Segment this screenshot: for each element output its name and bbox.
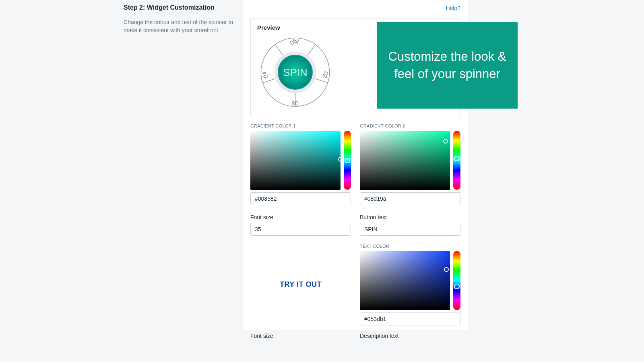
gradient2-hue-slider[interactable] (453, 131, 460, 190)
gradient2-input[interactable] (360, 192, 460, 205)
text-color-hue-slider[interactable] (453, 251, 460, 310)
svg-text:04: 04 (261, 70, 269, 79)
text-color-input[interactable] (360, 313, 460, 325)
step-description: Change the colour and text of the spinne… (124, 19, 236, 34)
gradient1-picker[interactable] (250, 131, 351, 190)
gradient1-hue-cursor[interactable] (345, 158, 350, 163)
svg-text:02: 02 (321, 70, 329, 79)
gradient1-hue-slider[interactable] (344, 131, 351, 190)
help-link[interactable]: Help? (446, 5, 460, 11)
try-it-out-button[interactable]: TRY IT OUT (280, 280, 322, 289)
spin-button-label: SPIN (283, 67, 307, 78)
text-color-group: TEXT COLOR (360, 244, 460, 325)
gradient1-sv-cursor[interactable] (338, 157, 343, 162)
gradient2-picker[interactable] (360, 131, 460, 190)
gradient2-sv-cursor[interactable] (443, 139, 448, 144)
gradient1-input[interactable] (250, 192, 351, 205)
text-color-sv-cursor[interactable] (444, 267, 449, 272)
spinner-widget[interactable]: SPIN 05 1 02 03 04 (258, 35, 332, 109)
text-color-hue-cursor[interactable] (454, 284, 460, 289)
promo-overlay: Customize the look & feel of your spinne… (377, 22, 518, 109)
button-text-group: Button text (360, 214, 460, 236)
text-color-label: TEXT COLOR (360, 244, 460, 249)
button-text-label: Button text (360, 214, 460, 220)
gradient-color-1-group: GRADIENT COLOR 1 (250, 123, 351, 205)
button-text-input[interactable] (360, 223, 460, 236)
description-text-label: Description text (360, 333, 460, 339)
text-color-picker[interactable] (360, 251, 460, 310)
font-size-input[interactable] (250, 223, 351, 236)
font-size-label: Font size (250, 214, 351, 220)
font-size-2-label: Font size (250, 333, 351, 339)
font-size-group: Font size (250, 214, 351, 236)
step-title: Step 2: Widget Customization (124, 4, 236, 11)
gradient1-label: GRADIENT COLOR 1 (250, 123, 351, 128)
svg-text:03: 03 (292, 100, 298, 107)
gradient2-label: GRADIENT COLOR 2 (360, 123, 460, 128)
gradient-color-2-group: GRADIENT COLOR 2 (360, 123, 460, 205)
gradient2-hue-cursor[interactable] (454, 156, 460, 161)
